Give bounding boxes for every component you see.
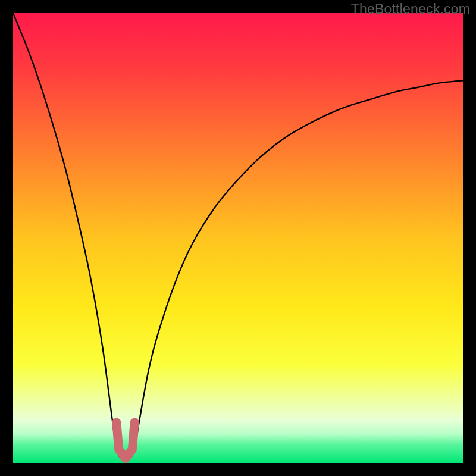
plot-frame	[13, 13, 463, 463]
trough-marker	[117, 422, 134, 458]
curve-layer	[13, 13, 463, 463]
watermark-text: TheBottleneck.com	[351, 1, 470, 17]
bottleneck-curve	[13, 13, 463, 461]
